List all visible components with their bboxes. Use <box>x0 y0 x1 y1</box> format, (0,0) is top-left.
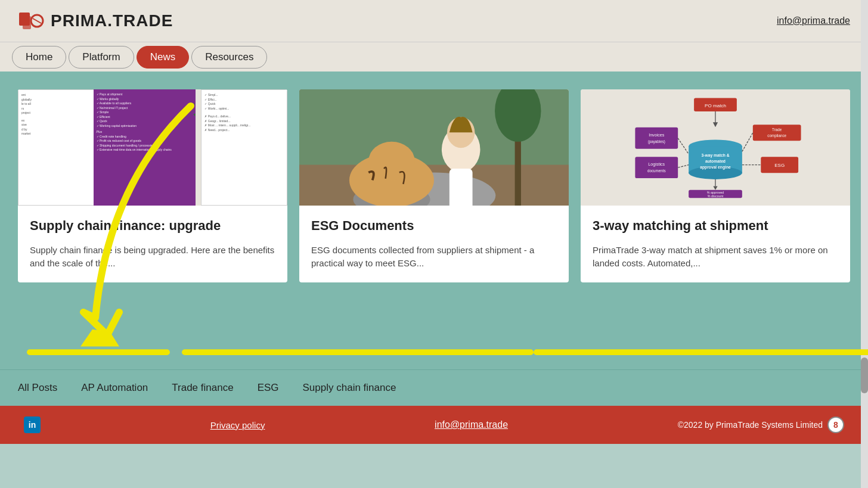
svg-rect-14 <box>450 169 473 206</box>
cat-ap-automation[interactable]: AP Automation <box>81 382 148 394</box>
card-image-supply-chain: ent globally le to all rs project ex siv… <box>18 89 287 206</box>
nav-platform[interactable]: Platform <box>69 46 134 69</box>
card-body-3way: 3-way matching at shipment PrimaTrade 3-… <box>581 206 850 282</box>
svg-text:% discount: % discount <box>708 194 724 198</box>
footer-linkedin-section: in <box>24 416 41 433</box>
nav: Home Platform News Resources <box>0 42 868 72</box>
card-esg[interactable]: ESG Documents ESG documents collected fr… <box>299 89 569 282</box>
nav-home[interactable]: Home <box>12 46 66 69</box>
badge-8: 8 <box>827 416 844 433</box>
svg-text:ESG: ESG <box>774 163 785 168</box>
card-text-3way: PrimaTrade 3-way match at shipment saves… <box>593 244 838 271</box>
header-email[interactable]: info@prima.trade <box>777 15 850 26</box>
footer-copyright: ©2022 by PrimaTrade Systems Limited 8 <box>678 416 844 433</box>
svg-rect-22 <box>635 128 678 149</box>
svg-rect-36 <box>635 157 678 178</box>
card-title-3way: 3-way matching at shipment <box>593 217 838 235</box>
card-text-esg: ESG documents collected from suppliers a… <box>311 244 557 271</box>
scrollbar[interactable] <box>861 0 868 488</box>
footer-bottom: in Privacy policy info@prima.trade ©2022… <box>0 406 868 444</box>
card-body-supply-chain: Supply chain finance: upgrade Supply cha… <box>18 206 287 282</box>
svg-point-12 <box>368 142 414 181</box>
main-content: ent globally le to all rs project ex siv… <box>0 72 868 369</box>
card-supply-chain[interactable]: ent globally le to all rs project ex siv… <box>18 89 287 282</box>
svg-text:3-way match &: 3-way match & <box>701 153 729 158</box>
svg-text:approval engine: approval engine <box>700 165 731 170</box>
svg-rect-1 <box>23 16 31 29</box>
card-body-esg: ESG Documents ESG documents collected fr… <box>299 206 569 282</box>
svg-line-3 <box>33 18 41 23</box>
card-image-3way: PO match Invoices (payables) 3-way match… <box>581 89 850 206</box>
footer-privacy-link[interactable]: Privacy policy <box>210 420 265 430</box>
card-3way[interactable]: PO match Invoices (payables) 3-way match… <box>581 89 850 282</box>
logo-text: PRIMA.TRADE <box>51 11 173 30</box>
cat-supply-chain[interactable]: Supply chain finance <box>303 382 396 394</box>
logo-icon <box>18 8 45 35</box>
card-title-supply-chain: Supply chain finance: upgrade <box>30 217 275 235</box>
svg-text:Trade: Trade <box>772 128 782 132</box>
cat-trade-finance[interactable]: Trade finance <box>172 382 233 394</box>
nav-news[interactable]: News <box>137 46 190 69</box>
header: PRIMA.TRADE info@prima.trade <box>0 0 868 42</box>
diagram-svg: PO match Invoices (payables) 3-way match… <box>587 95 844 200</box>
svg-text:(payables): (payables) <box>648 139 665 144</box>
svg-text:documents: documents <box>647 169 666 173</box>
nav-resources[interactable]: Resources <box>191 46 267 69</box>
logo[interactable]: PRIMA.TRADE <box>18 8 173 35</box>
card-title-esg: ESG Documents <box>311 217 557 235</box>
svg-text:Invoices: Invoices <box>649 133 665 138</box>
card-image-esg <box>299 89 569 206</box>
card-text-supply-chain: Supply chain finance is being upgraded. … <box>30 244 275 271</box>
footer-categories: All Posts AP Automation Trade finance ES… <box>0 369 868 406</box>
svg-text:compliance: compliance <box>767 133 786 138</box>
linkedin-icon[interactable]: in <box>24 416 41 433</box>
svg-text:PO match: PO match <box>705 103 726 108</box>
cat-all-posts[interactable]: All Posts <box>18 382 57 394</box>
scrollbar-thumb[interactable] <box>861 358 868 393</box>
cat-esg[interactable]: ESG <box>258 382 279 394</box>
footer-email[interactable]: info@prima.trade <box>435 419 508 430</box>
svg-text:Logistics: Logistics <box>648 162 665 167</box>
cards-row: ent globally le to all rs project ex siv… <box>18 89 850 282</box>
svg-text:automated: automated <box>705 159 726 163</box>
